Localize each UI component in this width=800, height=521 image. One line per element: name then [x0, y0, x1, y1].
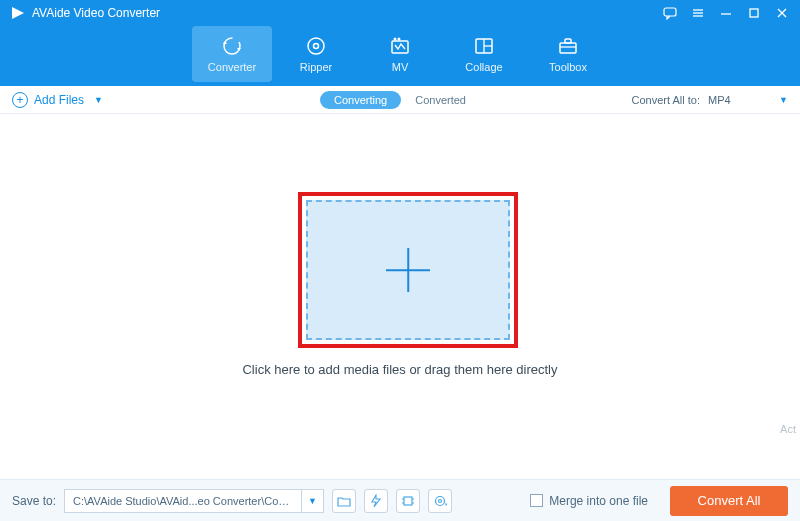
maximize-icon[interactable]	[746, 5, 762, 21]
add-files-button[interactable]: + Add Files ▼	[12, 92, 103, 108]
save-path-select[interactable]: C:\AVAide Studio\AVAid...eo Converter\Co…	[64, 489, 324, 513]
window-controls	[662, 5, 790, 21]
checkbox-icon	[530, 494, 543, 507]
svg-rect-21	[565, 39, 571, 43]
save-path-text: C:\AVAide Studio\AVAid...eo Converter\Co…	[65, 495, 301, 507]
mv-icon	[389, 35, 411, 57]
svg-point-30	[439, 499, 442, 502]
svg-point-13	[314, 44, 319, 49]
dropzone[interactable]	[306, 200, 510, 340]
format-value: MP4	[708, 94, 731, 106]
main-nav: Converter Ripper MV Collage Toolbox	[0, 26, 800, 86]
svg-rect-20	[560, 43, 576, 53]
close-icon[interactable]	[774, 5, 790, 21]
main-area: Click here to add media files or drag th…	[0, 114, 800, 479]
collage-icon	[473, 35, 495, 57]
svg-rect-6	[750, 9, 758, 17]
nav-collage[interactable]: Collage	[444, 26, 524, 82]
convert-all-to-label: Convert All to:	[632, 94, 700, 106]
converter-icon	[221, 35, 243, 57]
plus-circle-icon: +	[12, 92, 28, 108]
svg-point-12	[308, 38, 324, 54]
nav-label: Converter	[208, 61, 256, 73]
chevron-down-icon[interactable]: ▼	[301, 490, 323, 512]
nav-label: MV	[392, 61, 409, 73]
svg-point-9	[224, 38, 240, 54]
secondary-toolbar: + Add Files ▼ Converting Converted Conve…	[0, 86, 800, 114]
toolbox-icon	[557, 35, 579, 57]
nav-label: Toolbox	[549, 61, 587, 73]
gpu-accel-button[interactable]	[396, 489, 420, 513]
svg-marker-23	[372, 495, 380, 507]
tab-converting[interactable]: Converting	[320, 91, 401, 109]
chevron-down-icon: ▼	[779, 95, 788, 105]
save-to-label: Save to:	[12, 494, 56, 508]
svg-rect-24	[404, 497, 412, 505]
nav-toolbox[interactable]: Toolbox	[528, 26, 608, 82]
convert-all-button[interactable]: Convert All	[670, 486, 788, 516]
watermark-text: Act	[780, 423, 796, 435]
chevron-down-icon: ▼	[94, 95, 103, 105]
minimize-icon[interactable]	[718, 5, 734, 21]
status-toggle: Converting Converted	[320, 91, 480, 109]
menu-icon[interactable]	[690, 5, 706, 21]
convert-all-to: Convert All to: MP4 ▼	[632, 94, 788, 106]
merge-label: Merge into one file	[549, 494, 648, 508]
add-files-label: Add Files	[34, 93, 84, 107]
merge-checkbox[interactable]: Merge into one file	[530, 494, 648, 508]
svg-rect-1	[664, 8, 676, 16]
nav-label: Collage	[465, 61, 502, 73]
svg-point-15	[394, 38, 397, 41]
app-title: AVAide Video Converter	[32, 6, 662, 20]
svg-point-29	[436, 496, 445, 505]
high-speed-button[interactable]	[364, 489, 388, 513]
svg-marker-11	[237, 48, 241, 51]
svg-rect-14	[392, 41, 408, 53]
svg-point-16	[398, 38, 401, 41]
output-format-select[interactable]: MP4 ▼	[708, 94, 788, 106]
nav-ripper[interactable]: Ripper	[276, 26, 356, 82]
nav-converter[interactable]: Converter	[192, 26, 272, 82]
settings-button[interactable]: ▾	[428, 489, 452, 513]
tab-converted[interactable]: Converted	[401, 91, 480, 109]
ripper-icon	[305, 35, 327, 57]
svg-marker-10	[223, 41, 227, 44]
svg-marker-0	[12, 7, 24, 19]
nav-label: Ripper	[300, 61, 332, 73]
open-folder-button[interactable]	[332, 489, 356, 513]
svg-text:▾: ▾	[445, 501, 447, 507]
app-logo-icon	[10, 5, 26, 21]
footer-bar: Save to: C:\AVAide Studio\AVAid...eo Con…	[0, 479, 800, 521]
feedback-icon[interactable]	[662, 5, 678, 21]
dropzone-hint: Click here to add media files or drag th…	[0, 362, 800, 377]
dropzone-highlight	[298, 192, 518, 348]
nav-mv[interactable]: MV	[360, 26, 440, 82]
plus-icon	[386, 248, 430, 292]
titlebar: AVAide Video Converter	[0, 0, 800, 26]
